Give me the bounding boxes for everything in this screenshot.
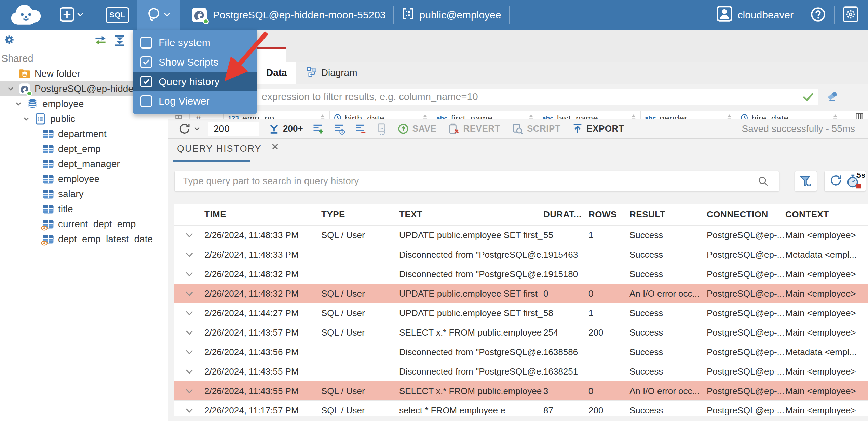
sql-editor-button[interactable]: SQL xyxy=(106,7,129,23)
grid-column-hire_date[interactable]: hire_date xyxy=(736,111,842,119)
auto-refresh-button[interactable] xyxy=(376,123,388,135)
delete-row-button[interactable] xyxy=(354,123,367,135)
user-menu[interactable]: cloudbeaver xyxy=(717,6,794,24)
history-row[interactable]: 2/26/2024, 11:48:32 PMSQL / UserUPDATE p… xyxy=(174,284,868,303)
grid-column-first_name[interactable]: abcfirst_name xyxy=(432,111,538,119)
expand-row-icon[interactable] xyxy=(174,405,204,416)
export-button[interactable]: EXPORT xyxy=(572,123,624,135)
sync-connection-icon[interactable] xyxy=(94,35,107,47)
chevron-down-icon[interactable] xyxy=(12,100,25,108)
checkbox-unchecked-icon[interactable] xyxy=(140,37,152,49)
history-row[interactable]: 2/26/2024, 11:43:55 PMSQL / UserSELECT x… xyxy=(174,381,868,400)
revert-button[interactable]: REVERT xyxy=(448,123,500,135)
grid-column-gender[interactable]: abcgender xyxy=(641,111,736,119)
filter-expression-input[interactable] xyxy=(171,89,798,105)
expand-row-icon[interactable] xyxy=(174,347,204,357)
chevron-down-icon[interactable] xyxy=(4,85,17,93)
help-button[interactable] xyxy=(810,6,826,24)
tools-menu-item-log-viewer[interactable]: Log Viewer xyxy=(133,91,257,111)
column-type-prefix: abc xyxy=(542,114,554,119)
cell-rows: 1 xyxy=(588,308,629,318)
history-row[interactable]: 2/26/2024, 11:44:27 PMSQL / UserUPDATE p… xyxy=(174,303,868,323)
column-header-context[interactable]: CONTEXT xyxy=(785,209,868,220)
cloudbeaver-logo-icon xyxy=(9,3,43,27)
script-button[interactable]: SCRIPT xyxy=(512,123,560,135)
schema-selector[interactable]: public@employee xyxy=(401,7,501,23)
expand-row-icon[interactable] xyxy=(174,386,204,396)
column-header-text[interactable]: TEXT xyxy=(399,209,543,220)
tools-menu-item-query-history[interactable]: Query history xyxy=(133,72,257,91)
column-header-durat[interactable]: DURAT... xyxy=(543,209,588,220)
tab-query-history[interactable]: QUERY HISTORY xyxy=(177,144,280,154)
expand-row-icon[interactable] xyxy=(174,230,204,240)
history-row[interactable]: 2/26/2024, 11:43:55 PMDisconnected from … xyxy=(174,362,868,381)
column-header-connection[interactable]: CONNECTION xyxy=(707,209,785,220)
tree-item-salary[interactable]: salary xyxy=(0,187,167,202)
cell-context: Main <employee> xyxy=(785,230,868,241)
connection-selector[interactable]: PostgreSQL@ep-hidden-moon-55203 xyxy=(191,7,386,23)
refresh-button[interactable] xyxy=(178,122,200,135)
column-header-rows[interactable]: ROWS xyxy=(588,209,629,220)
fetch-size-input[interactable] xyxy=(208,122,259,136)
tools-menu-item-file-system[interactable]: File system xyxy=(133,33,257,52)
expand-row-icon[interactable] xyxy=(174,269,204,279)
columns-config-icon[interactable] xyxy=(855,113,864,119)
expand-row-icon[interactable] xyxy=(174,308,204,318)
tab-diagram[interactable]: Diagram xyxy=(296,62,368,84)
fetch-more-button[interactable]: 200+ xyxy=(269,123,303,134)
expand-row-icon[interactable] xyxy=(174,249,204,260)
cell-type: SQL / User xyxy=(321,230,399,241)
tools-menu-item-show-scripts[interactable]: Show Scripts xyxy=(133,52,257,72)
cell-context: Metadata <empl... xyxy=(785,249,868,260)
save-button[interactable]: SAVE xyxy=(397,123,437,135)
tree-item-employee[interactable]: employee xyxy=(0,172,167,187)
history-row[interactable]: 2/26/2024, 11:43:56 PMDisconnected from … xyxy=(174,342,868,362)
cell-time: 2/26/2024, 11:48:32 PM xyxy=(204,269,321,280)
refresh-interval-badge: 5s xyxy=(857,171,865,180)
duplicate-row-button[interactable] xyxy=(333,123,345,135)
tree-item-department[interactable]: department xyxy=(0,126,167,141)
history-row[interactable]: 2/26/2024, 11:48:33 PMSQL / UserUPDATE p… xyxy=(174,225,868,245)
sidebar-settings-gear-icon[interactable] xyxy=(3,33,16,47)
history-row[interactable]: 2/26/2024, 11:48:33 PMDisconnected from … xyxy=(174,245,868,264)
checkbox-checked-icon[interactable] xyxy=(140,76,152,87)
grid-column-birth_date[interactable]: birth_date xyxy=(330,111,432,119)
query-history-search-input[interactable] xyxy=(174,171,779,192)
tree-item-current-dept-emp[interactable]: current_dept_emp xyxy=(0,217,167,232)
tree-item-title[interactable]: title xyxy=(0,202,167,217)
grid-column-last_name[interactable]: abclast_name xyxy=(538,111,641,119)
connection-name: PostgreSQL@ep-hidden-moon-55203 xyxy=(213,9,386,21)
new-connection-button[interactable] xyxy=(59,7,83,23)
column-header-type[interactable]: TYPE xyxy=(321,209,399,220)
column-header-time[interactable]: TIME xyxy=(204,209,321,220)
cell-result: Success xyxy=(629,249,707,260)
expand-row-icon[interactable] xyxy=(174,288,204,299)
checkbox-unchecked-icon[interactable] xyxy=(140,95,152,107)
tree-item-dept-manager[interactable]: dept_manager xyxy=(0,157,167,172)
tab-data[interactable]: Data xyxy=(257,62,296,84)
table-icon xyxy=(40,159,56,169)
close-icon[interactable] xyxy=(271,142,280,153)
add-row-button[interactable] xyxy=(312,123,324,135)
cell-text: UPDATE public.employee SET first_... xyxy=(399,308,543,318)
collapse-all-icon[interactable] xyxy=(114,35,125,47)
tree-item-dept-emp[interactable]: dept_emp xyxy=(0,141,167,157)
chevron-down-icon[interactable] xyxy=(20,115,32,123)
auto-refresh-timer-button[interactable]: 5s xyxy=(846,174,861,189)
cell-type: SQL / User xyxy=(321,308,399,318)
tree-item-label: dept_emp xyxy=(58,144,101,154)
settings-button[interactable] xyxy=(843,6,858,24)
history-row[interactable]: 2/26/2024, 11:17:57 PMSQL / Userselect *… xyxy=(174,400,868,416)
history-filter-button[interactable] xyxy=(795,171,817,192)
column-header-result[interactable]: RESULT xyxy=(629,209,707,220)
history-refresh-icon[interactable] xyxy=(829,174,843,189)
apply-filter-button[interactable] xyxy=(798,89,818,105)
clear-filter-eraser-icon[interactable] xyxy=(827,90,840,103)
expand-row-icon[interactable] xyxy=(174,366,204,377)
history-row[interactable]: 2/26/2024, 11:48:32 PMDisconnected from … xyxy=(174,264,868,284)
expand-row-icon[interactable] xyxy=(174,327,204,338)
tree-item-dept-emp-latest-date[interactable]: dept_emp_latest_date xyxy=(0,232,167,247)
history-row[interactable]: 2/26/2024, 11:43:57 PMSQL / UserSELECT x… xyxy=(174,323,868,342)
checkbox-checked-icon[interactable] xyxy=(140,56,152,68)
tools-menu-button[interactable] xyxy=(137,0,180,30)
